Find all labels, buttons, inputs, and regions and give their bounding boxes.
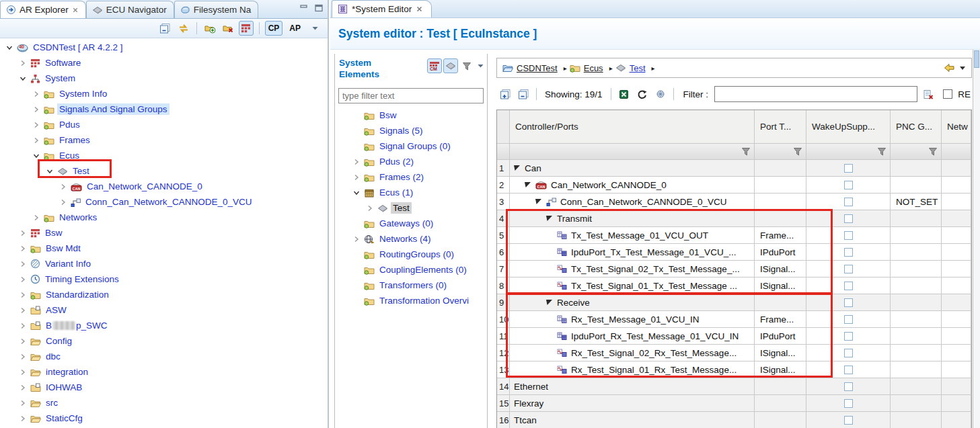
ar-tree-item-integration[interactable]: integration <box>1 364 328 380</box>
cell-port-type[interactable]: IPduPort <box>755 244 806 261</box>
expand-arrow[interactable] <box>17 352 28 361</box>
cell-port-type[interactable] <box>755 395 806 412</box>
expand-arrow[interactable] <box>351 188 361 198</box>
expand-arrow[interactable] <box>44 167 54 176</box>
collapse-all-button[interactable] <box>158 21 173 36</box>
cell-pnc[interactable] <box>891 395 942 412</box>
expand-arrow[interactable] <box>17 398 28 408</box>
se-tree-item-signals-5[interactable]: Signals (5) <box>335 123 487 138</box>
cell-port-type[interactable] <box>755 378 806 395</box>
filter-cell[interactable] <box>806 144 891 160</box>
cell-network[interactable] <box>942 412 971 428</box>
cell-port-type[interactable]: ISignal... <box>755 277 806 294</box>
back-arrow-icon[interactable] <box>944 63 955 73</box>
cell-controller-ports[interactable]: Transmit <box>510 210 755 227</box>
column-header-netw[interactable]: Netw <box>942 110 971 144</box>
se-tree-item-gateways-0[interactable]: Gateways (0) <box>335 216 487 231</box>
wakeup-checkbox[interactable] <box>844 382 853 391</box>
cell-network[interactable] <box>942 210 971 227</box>
expand-arrow[interactable] <box>351 157 361 167</box>
expand-arrow[interactable] <box>17 414 28 423</box>
panel-menu-button[interactable] <box>476 58 485 73</box>
expand-arrow[interactable] <box>17 244 28 253</box>
cell-port-type[interactable]: Frame... <box>755 311 806 328</box>
cell-network[interactable] <box>942 395 971 412</box>
cell-wakeup-support[interactable] <box>806 210 891 227</box>
se-tree-item-transformers-0[interactable]: Transformers (0) <box>335 277 487 293</box>
breadcrumb-item-csdntest[interactable]: CSDNTest▸ <box>502 63 570 73</box>
wakeup-checkbox[interactable] <box>844 332 853 341</box>
cell-network[interactable] <box>942 244 971 261</box>
cell-port-type[interactable] <box>755 160 806 177</box>
breadcrumb-item-test[interactable]: Test▸ <box>615 63 658 73</box>
breadcrumb-item-ecus[interactable]: Ecus▸ <box>570 63 615 73</box>
wakeup-checkbox[interactable] <box>844 399 853 408</box>
cell-controller-ports[interactable]: Tx_Test_Signal_01_Tx_Test_Message ... <box>510 277 755 294</box>
ar-tree-item-dbc[interactable]: dbc <box>1 349 328 364</box>
ar-tree-item-iohwab[interactable]: IOHWAB <box>1 380 328 395</box>
cell-wakeup-support[interactable] <box>806 227 891 244</box>
cell-controller-ports[interactable]: Tx_Test_Signal_02_Tx_Test_Message_... <box>510 261 755 277</box>
column-header-pnc-g[interactable]: PNC G... <box>891 110 942 144</box>
cell-port-type[interactable]: Frame... <box>755 227 806 244</box>
ar-tree-item-pdus[interactable]: Pdus <box>1 117 328 132</box>
expand-arrow[interactable] <box>17 275 28 284</box>
maximize-icon[interactable] <box>314 4 324 12</box>
ar-tree-item-config[interactable]: Config <box>1 333 328 349</box>
cell-port-type[interactable] <box>755 412 806 428</box>
wakeup-checkbox[interactable] <box>844 349 853 357</box>
cell-network[interactable] <box>942 294 971 311</box>
export-excel-button[interactable] <box>617 87 632 101</box>
cell-wakeup-support[interactable] <box>806 177 891 194</box>
wakeup-checkbox[interactable] <box>844 282 853 290</box>
cell-controller-ports[interactable]: Flexray <box>510 395 755 412</box>
cell-wakeup-support[interactable] <box>806 244 891 261</box>
column-header-controller-ports[interactable]: Controller/Ports <box>510 110 755 144</box>
wakeup-checkbox[interactable] <box>844 214 853 223</box>
wakeup-checkbox[interactable] <box>844 164 853 173</box>
filter-cell[interactable] <box>891 144 942 160</box>
stamp-button[interactable] <box>653 87 668 101</box>
cell-pnc[interactable] <box>891 294 942 311</box>
se-tree-item-routinggroups-0[interactable]: RoutingGroups (0) <box>335 247 487 262</box>
tab-filesystem[interactable]: Filesystem Na <box>174 1 259 18</box>
cell-controller-ports[interactable]: Rx_Test_Signal_02_Rx_Test_Message... <box>510 345 755 361</box>
minimize-icon[interactable] <box>299 4 309 12</box>
grid-view-button[interactable] <box>239 21 254 36</box>
cell-controller-ports[interactable]: Tx_Test_Message_01_VCU_OUT <box>510 227 755 244</box>
cell-pnc[interactable] <box>891 345 942 361</box>
expand-arrow[interactable] <box>365 204 375 213</box>
cell-network[interactable] <box>942 194 971 210</box>
expand-arrow[interactable] <box>31 213 41 222</box>
se-tree-item-pdus-2[interactable]: Pdus (2) <box>335 154 487 169</box>
ar-tree-item-networks[interactable]: Networks <box>1 210 328 225</box>
expand-triangle-icon[interactable] <box>525 182 531 187</box>
cp-toggle-button[interactable]: CP <box>265 21 283 36</box>
cell-controller-ports[interactable]: IpduPort_Tx_Test_Message_01_VCU_... <box>510 244 755 261</box>
cell-port-type[interactable]: ISignal... <box>755 345 806 361</box>
expand-arrow[interactable] <box>31 105 41 114</box>
vertical-scrollbar[interactable] <box>973 50 980 428</box>
cell-wakeup-support[interactable] <box>806 261 891 277</box>
clear-filter-button[interactable] <box>921 87 936 101</box>
cell-wakeup-support[interactable] <box>806 395 891 412</box>
filter-cell[interactable] <box>510 144 755 160</box>
cell-network[interactable] <box>942 328 971 345</box>
cell-network[interactable] <box>942 160 971 177</box>
type-filter-input[interactable] <box>338 88 484 103</box>
cell-pnc[interactable] <box>891 277 942 294</box>
cell-wakeup-support[interactable] <box>806 378 891 395</box>
expand-arrow[interactable] <box>31 89 41 99</box>
ar-tree-item-system-info[interactable]: System Info <box>1 86 328 101</box>
expand-arrow[interactable] <box>17 58 28 68</box>
cell-wakeup-support[interactable] <box>806 345 891 361</box>
wakeup-checkbox[interactable] <box>844 248 853 257</box>
filter-cell[interactable] <box>942 144 971 160</box>
wakeup-checkbox[interactable] <box>844 416 853 425</box>
remove-package-button[interactable] <box>221 21 235 36</box>
cell-network[interactable] <box>942 261 971 277</box>
column-header-port-t[interactable]: Port T... <box>755 110 806 144</box>
close-icon[interactable] <box>416 5 423 13</box>
expand-arrow[interactable] <box>31 136 41 145</box>
ar-tree-item-software[interactable]: Software <box>1 55 328 71</box>
